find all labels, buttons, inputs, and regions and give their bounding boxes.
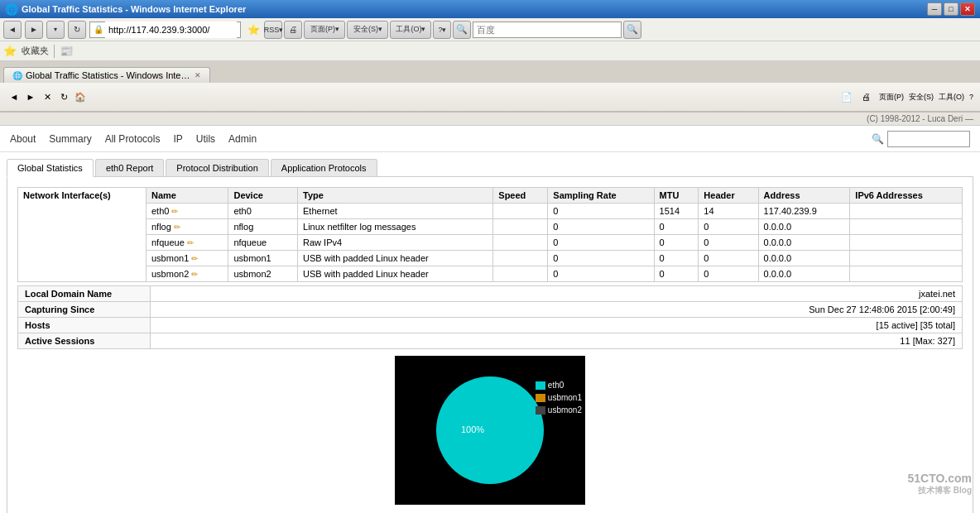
row-nflog-device: nflog bbox=[228, 219, 298, 235]
legend-usbmon1-color bbox=[536, 394, 545, 402]
help-button[interactable]: ?▾ bbox=[433, 21, 451, 39]
col-sampling-rate: Sampling Rate bbox=[548, 188, 654, 204]
nav-ip[interactable]: IP bbox=[173, 133, 182, 145]
local-domain-label: Local Domain Name bbox=[18, 286, 151, 302]
rss-dropdown[interactable]: RSS▾ bbox=[264, 21, 282, 39]
tools-button[interactable]: 工具(O)▾ bbox=[390, 21, 431, 39]
browser-tab-global[interactable]: 🌐 Global Traffic Statistics - Windows In… bbox=[3, 67, 210, 83]
row-nflog-speed bbox=[493, 219, 548, 235]
tab-protocol-distribution[interactable]: Protocol Distribution bbox=[166, 159, 268, 176]
pie-chart: 100% bbox=[428, 368, 552, 492]
toolbar-tools-btn[interactable]: 工具(O) bbox=[939, 92, 964, 103]
page-button[interactable]: 页面(P)▾ bbox=[304, 21, 345, 39]
title-bar: 🌐 Global Traffic Statistics - Windows In… bbox=[0, 0, 980, 18]
row-nfqueue-speed bbox=[493, 235, 548, 251]
toolbar-page-icon[interactable]: 📄 bbox=[839, 89, 854, 104]
panel-tabs: Global Statistics eth0 Report Protocol D… bbox=[7, 159, 973, 176]
url-input[interactable] bbox=[105, 22, 237, 38]
tab-eth0-report[interactable]: eth0 Report bbox=[95, 159, 164, 176]
security-button[interactable]: 安全(S)▾ bbox=[347, 21, 388, 39]
toolbar-print-icon[interactable]: 🖨 bbox=[859, 89, 874, 104]
stats-table: Local Domain Name jxatei.net Capturing S… bbox=[17, 285, 963, 349]
edit-icon[interactable]: ✏ bbox=[187, 238, 194, 247]
nav-summary[interactable]: Summary bbox=[49, 133, 91, 145]
col-mtu: MTU bbox=[654, 188, 699, 204]
toolbar-forward-icon[interactable]: ► bbox=[23, 89, 38, 104]
nav-menu: About Summary All Protocols IP Utils Adm… bbox=[0, 126, 980, 152]
minimize-button[interactable]: ─ bbox=[927, 2, 942, 16]
baidu-search-input[interactable] bbox=[473, 22, 622, 38]
favorites-bar: ⭐ 收藏夹 📰 bbox=[0, 41, 980, 61]
edit-icon[interactable]: ✏ bbox=[171, 207, 178, 216]
window-title: Global Traffic Statistics - Windows Inte… bbox=[22, 4, 246, 14]
toolbar-back-icon[interactable]: ◄ bbox=[7, 89, 22, 104]
toolbar-home-icon[interactable]: 🏠 bbox=[73, 89, 88, 104]
toolbar-area: ◄ ► ✕ ↻ 🏠 📄 🖨 页面(P) 安全(S) 工具(O) ? bbox=[0, 83, 980, 113]
refresh-button[interactable]: ↻ bbox=[68, 21, 86, 39]
legend-usbmon1-label: usbmon1 bbox=[548, 393, 582, 402]
favorites-label[interactable]: 收藏夹 bbox=[22, 45, 49, 57]
edit-icon[interactable]: ✏ bbox=[191, 270, 198, 279]
local-domain-row: Local Domain Name jxatei.net bbox=[18, 286, 963, 302]
nav-admin[interactable]: Admin bbox=[228, 133, 257, 145]
title-bar-left: 🌐 Global Traffic Statistics - Windows In… bbox=[5, 3, 246, 16]
hosts-value: [15 active] [35 total] bbox=[151, 318, 963, 333]
address-bar: ◄ ► ▾ ↻ 🔒 ⭐ RSS▾ 🖨 页面(P)▾ 安全(S)▾ 工具(O)▾ … bbox=[0, 18, 980, 41]
main-content: Global Statistics eth0 Report Protocol D… bbox=[0, 152, 980, 513]
row-nfqueue-type: Raw IPv4 bbox=[298, 235, 493, 251]
local-domain-value: jxatei.net bbox=[151, 286, 963, 302]
nav-search-input[interactable] bbox=[887, 131, 970, 147]
row-eth0-speed bbox=[493, 204, 548, 219]
chart-area: 100% eth0 usbmon1 usbmon2 bbox=[17, 356, 963, 505]
active-sessions-value: 11 [Max: 327] bbox=[151, 333, 963, 349]
toolbar-refresh-icon[interactable]: ↻ bbox=[56, 89, 71, 104]
col-address: Address bbox=[758, 188, 850, 204]
legend-usbmon1: usbmon1 bbox=[536, 393, 582, 402]
nav-all-protocols[interactable]: All Protocols bbox=[105, 133, 161, 145]
row-eth0-header: 14 bbox=[699, 204, 758, 219]
row-usbmon1-speed bbox=[493, 251, 548, 266]
toolbar-help-btn[interactable]: ? bbox=[969, 93, 973, 101]
nav-utils[interactable]: Utils bbox=[196, 133, 215, 145]
toolbar-page-btn[interactable]: 页面(P) bbox=[879, 92, 904, 103]
forward-button[interactable]: ► bbox=[25, 21, 43, 39]
tab-close-icon[interactable]: ✕ bbox=[195, 71, 201, 79]
restore-button[interactable]: □ bbox=[944, 2, 958, 16]
row-usbmon2-sampling: 0 bbox=[548, 266, 654, 282]
nav-about[interactable]: About bbox=[10, 133, 36, 145]
legend-eth0: eth0 bbox=[536, 381, 582, 390]
row-usbmon1-device: usbmon1 bbox=[228, 251, 298, 266]
row-usbmon2-speed bbox=[493, 266, 548, 282]
edit-icon[interactable]: ✏ bbox=[191, 254, 198, 263]
browser-tab-bar: 🌐 Global Traffic Statistics - Windows In… bbox=[0, 61, 980, 83]
row-eth0-type: Ethernet bbox=[298, 204, 493, 219]
col-type: Type bbox=[298, 188, 493, 204]
search-icon[interactable]: 🔍 bbox=[453, 21, 471, 39]
back-button[interactable]: ◄ bbox=[3, 21, 22, 39]
row-nfqueue-mtu: 0 bbox=[654, 235, 699, 251]
home-button[interactable]: 🖨 bbox=[284, 21, 302, 39]
hosts-row: Hosts [15 active] [35 total] bbox=[18, 318, 963, 333]
row-nflog-name: nflog ✏ bbox=[147, 219, 228, 235]
row-eth0-address: 117.40.239.9 bbox=[758, 204, 850, 219]
title-bar-controls: ─ □ ✕ bbox=[927, 2, 975, 16]
tab-global-statistics[interactable]: Global Statistics bbox=[7, 159, 94, 177]
nav-search: 🔍 bbox=[872, 131, 970, 147]
col-device: Device bbox=[228, 188, 298, 204]
close-button[interactable]: ✕ bbox=[960, 2, 975, 16]
row-usbmon2-ipv6 bbox=[850, 266, 963, 282]
search-go-button[interactable]: 🔍 bbox=[623, 21, 641, 39]
row-nfqueue-ipv6 bbox=[850, 235, 963, 251]
col-speed: Speed bbox=[493, 188, 548, 204]
toolbar-stop-icon[interactable]: ✕ bbox=[40, 89, 55, 104]
edit-icon[interactable]: ✏ bbox=[174, 223, 180, 232]
pie-label: 100% bbox=[461, 424, 484, 434]
star-icon[interactable]: ⭐ bbox=[244, 21, 262, 39]
row-eth0-name: eth0 ✏ bbox=[147, 204, 228, 219]
toolbar-security-btn[interactable]: 安全(S) bbox=[909, 92, 934, 103]
capturing-since-value: Sun Dec 27 12:48:06 2015 [2:00:49] bbox=[151, 302, 963, 318]
dropdown-button[interactable]: ▾ bbox=[46, 21, 65, 39]
tab-application-protocols[interactable]: Application Protocols bbox=[271, 159, 377, 176]
url-icon: 🔒 bbox=[94, 25, 103, 34]
row-nfqueue-device: nfqueue bbox=[228, 235, 298, 251]
